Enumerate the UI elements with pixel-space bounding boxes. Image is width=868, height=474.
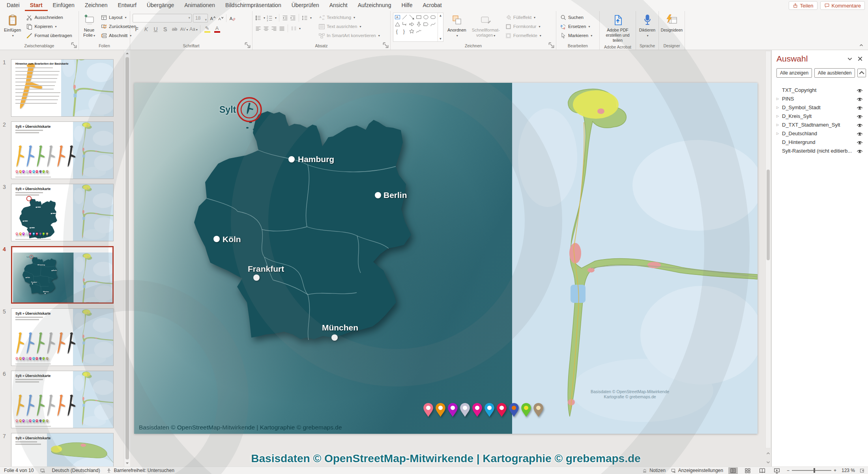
zoom-level[interactable]: 123 % — [842, 468, 855, 473]
menu-tab-acrobat[interactable]: Acrobat — [418, 0, 447, 11]
expand-icon[interactable]: ▷ — [776, 114, 782, 118]
shape-outline-button[interactable]: Formkontur▾ — [504, 22, 542, 30]
shape-glyph-3[interactable] — [415, 14, 422, 20]
slide-indicator[interactable]: Folie 4 von 10 — [4, 468, 34, 473]
share-button[interactable]: Teilen — [789, 1, 817, 10]
visibility-eye-icon[interactable] — [856, 96, 863, 101]
visibility-eye-icon[interactable] — [856, 88, 863, 93]
shape-glyph-15[interactable] — [415, 28, 422, 34]
shape-glyph-7[interactable] — [401, 21, 408, 27]
pane-options-icon[interactable] — [847, 56, 853, 62]
layer-item-d-deutschland[interactable]: ▷D_Deutschland — [776, 129, 863, 138]
map-pin-4[interactable] — [471, 402, 483, 419]
thumb-scrollbar-thumb[interactable] — [125, 57, 129, 459]
layer-item-d-hintergrund[interactable]: D_Hintergrund — [776, 138, 863, 146]
shape-glyph-9[interactable] — [415, 21, 422, 27]
arrange-button[interactable]: Anordnen▾ — [446, 13, 468, 43]
visibility-eye-icon[interactable] — [856, 105, 863, 110]
hide-all-button[interactable]: Alle ausblenden — [814, 68, 855, 78]
font-size-select[interactable]: 18▾ — [193, 14, 208, 22]
slide-thumbnail-5[interactable]: 5Sylt » Übersichtskarte — [11, 308, 114, 366]
zoom-in-button[interactable]: + — [834, 468, 836, 473]
language-indicator[interactable]: Deutsch (Deutschland) — [52, 468, 100, 473]
shape-glyph-12[interactable]: { — [394, 28, 400, 34]
decrease-font-icon[interactable]: A — [217, 15, 224, 22]
layer-item-pins[interactable]: ▷PINS — [776, 94, 863, 103]
slide-thumbnail-3[interactable]: 3Sylt » Übersichtskarte — [11, 184, 114, 241]
shape-glyph-14[interactable] — [408, 28, 415, 34]
design-ideas-button[interactable]: Designideen — [659, 13, 685, 43]
align-text-button[interactable]: Text ausrichten▾ — [317, 22, 381, 30]
menu-tab-bildschirmpräsentation[interactable]: Bildschirmpräsentation — [220, 0, 286, 11]
menu-tab-entwurf[interactable]: Entwurf — [112, 0, 141, 11]
underline-button[interactable]: U — [152, 26, 160, 32]
map-pin-8[interactable] — [520, 402, 532, 419]
paragraph-dialog-launcher[interactable] — [382, 42, 389, 49]
clipboard-dialog-launcher[interactable] — [71, 42, 77, 49]
map-pin-1[interactable] — [435, 402, 446, 419]
text-direction-button[interactable]: ATextrichtung▾ — [317, 13, 381, 21]
select-button[interactable]: Markieren▾ — [559, 32, 593, 39]
align-left-icon[interactable] — [255, 25, 262, 32]
shape-glyph-1[interactable] — [401, 14, 408, 20]
shape-glyph-10[interactable] — [423, 21, 429, 27]
align-right-icon[interactable] — [271, 25, 277, 32]
copy-button[interactable]: Kopieren▾ — [25, 22, 73, 30]
clear-formatting-icon[interactable]: A — [229, 15, 236, 22]
fit-to-window-icon[interactable] — [860, 468, 866, 473]
visibility-eye-icon[interactable] — [856, 122, 863, 127]
visibility-eye-icon[interactable] — [856, 140, 863, 145]
expand-icon[interactable]: ▷ — [776, 132, 782, 135]
show-all-button[interactable]: Alle anzeigen — [776, 68, 812, 78]
change-case-button[interactable]: Aa▾ — [189, 26, 198, 32]
replace-button[interactable]: bcErsetzen▾ — [559, 22, 593, 30]
shape-effects-button[interactable]: Formeffekte▾ — [504, 32, 542, 39]
visibility-eye-icon[interactable] — [856, 148, 863, 153]
canvas-scrollbar[interactable] — [765, 51, 771, 448]
shape-glyph-2[interactable] — [408, 14, 415, 20]
shape-glyph-4[interactable] — [423, 14, 429, 20]
map-pin-5[interactable] — [484, 402, 495, 419]
menu-tab-animationen[interactable]: Animationen — [179, 0, 220, 11]
slide-thumbnail-4[interactable]: 4 Sylt HamburgBerlinKölnFrankfurtMünchen… — [11, 246, 114, 304]
slide-thumbnail-7[interactable]: 7Sylt » Übersichtskarte — [11, 433, 114, 467]
shape-glyph-6[interactable] — [394, 21, 400, 27]
slideshow-button[interactable] — [772, 467, 782, 474]
dictate-button[interactable]: Diktieren▾ — [638, 13, 657, 43]
font-name-select[interactable]: ▾ — [133, 14, 192, 22]
menu-tab-datei[interactable]: Datei — [2, 0, 25, 11]
drawing-dialog-launcher[interactable] — [548, 42, 555, 49]
italic-button[interactable]: K — [142, 26, 150, 32]
thumb-scroll-up-icon[interactable] — [125, 51, 129, 56]
zoom-slider-knob[interactable] — [814, 468, 815, 473]
menu-tab-ansicht[interactable]: Ansicht — [324, 0, 353, 11]
layer-item-d-kreis-sylt[interactable]: ▷D_Kreis_Sylt — [776, 112, 863, 120]
shape-glyph-0[interactable]: A — [394, 14, 400, 20]
accessibility-check[interactable]: Barrierefreiheit: Untersuchen — [106, 468, 174, 473]
decrease-indent-icon[interactable] — [282, 15, 288, 21]
visibility-eye-icon[interactable] — [856, 114, 863, 119]
increase-indent-icon[interactable] — [290, 15, 296, 21]
slide-thumbnail-2[interactable]: 2Sylt » Übersichtskarte — [11, 121, 114, 179]
menu-tab-zeichnen[interactable]: Zeichnen — [80, 0, 113, 11]
collapse-ribbon-icon[interactable] — [859, 43, 864, 48]
bold-button[interactable]: F — [133, 26, 141, 32]
highlight-color-button[interactable]: ✎ — [203, 26, 211, 33]
cut-button[interactable]: Ausschneiden — [25, 13, 73, 21]
map-pin-3[interactable] — [459, 402, 471, 419]
zoom-slider[interactable] — [792, 470, 831, 471]
menu-tab-überprüfen[interactable]: Überprüfen — [286, 0, 324, 11]
normal-view-button[interactable] — [728, 467, 738, 474]
map-pin-7[interactable] — [508, 402, 520, 419]
increase-font-icon[interactable]: A — [209, 15, 216, 22]
menu-tab-übergänge[interactable]: Übergänge — [142, 0, 179, 11]
menu-tab-hilfe[interactable]: Hilfe — [396, 0, 417, 11]
reading-view-button[interactable] — [758, 467, 767, 474]
shape-fill-button[interactable]: Fülleffekt▾ — [504, 13, 542, 21]
columns-icon[interactable] — [290, 25, 297, 32]
shape-glyph-11[interactable] — [430, 21, 436, 27]
font-dialog-launcher[interactable] — [244, 42, 251, 49]
numbering-icon[interactable]: 123 — [266, 15, 273, 21]
canvas-scrollbar-thumb[interactable] — [767, 170, 770, 260]
layer-item-txt-copyright[interactable]: TXT_Copyright — [776, 86, 863, 94]
